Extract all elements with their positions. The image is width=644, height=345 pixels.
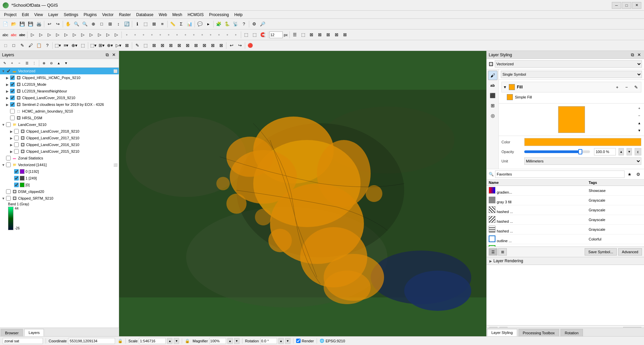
expand-icon[interactable]: ▶ [9,176,13,180]
tb-e4[interactable]: ◦ [148,31,156,39]
layer-rendering-header[interactable]: ▶ Layer Rendering [487,257,644,265]
layer-item-hrsl-dsm[interactable]: ▶ 🔲 HRSL_DSM [0,115,119,121]
tb-stats[interactable]: 📊 [185,20,194,28]
preview-add-btn[interactable]: + [636,105,643,112]
tb-measure[interactable]: 📏 [169,20,177,28]
coordinate-input[interactable] [68,338,115,344]
scale-down-btn[interactable]: ▼ [174,338,179,344]
layer-item-val0-1192[interactable]: ▶ 0 [1192] [0,168,119,175]
scale-up-btn[interactable]: ▲ [167,338,172,344]
tab-browser[interactable]: Browser [1,329,23,336]
layers-tb-collapse-all[interactable]: ⊖ [48,60,55,67]
maximize-button[interactable]: □ [622,2,631,9]
sym-col-name[interactable]: Name [487,180,587,186]
preview-up-btn[interactable]: ▲ [636,120,643,126]
expand-icon[interactable]: ▶ [9,143,13,147]
tb-j2[interactable]: ⊞▾ [98,42,106,50]
layer-item-lc2017[interactable]: ▶ 🔲 Clipped_LandCover_2017_9210 [0,135,119,141]
layer-item-lc2016[interactable]: ▶ 🔲 Clipped_LandCover_2016_9210 [0,141,119,148]
tb-g2[interactable]: ⊠ [308,31,316,39]
menu-item-plugins[interactable]: Plugins [81,12,99,18]
menu-item-vector[interactable]: Vector [100,12,116,18]
minimize-button[interactable]: ─ [612,2,621,9]
tb-g1[interactable]: ⬚ [299,31,307,39]
sym-row-4[interactable]: hashed ... Grayscale [487,225,644,234]
close-button[interactable]: ✕ [632,2,641,9]
layers-collapse-btn[interactable]: ⧉ [104,52,110,58]
rotation-down-btn[interactable]: ▼ [285,338,290,344]
layer-check-clipped-lc2019[interactable] [10,95,15,100]
symbol-settings-btn[interactable]: ⚙ [635,170,642,178]
tb-d2[interactable]: ▷ [37,31,45,39]
tb-h2[interactable]: □ [10,42,18,50]
tb-open[interactable]: 📂 [10,20,18,28]
tb-k5[interactable]: ⊠ [167,42,175,50]
layer-check-dsm-clipped20[interactable] [6,189,11,194]
layer-check-val0-1192[interactable] [14,169,19,174]
layers-tb-up[interactable]: ▲ [55,60,62,67]
tab-layers[interactable]: Layers [24,329,44,336]
sym-row-3[interactable]: hashed ... Grayscale [487,215,644,225]
tb-h6[interactable]: ? [43,42,51,50]
symbol-tab-diagrams[interactable]: ⬛ [488,91,497,100]
group-collapse2[interactable]: ⬜ [113,163,117,167]
expand-icon[interactable]: ▶ [5,102,9,107]
tb-j5[interactable]: ⊠ [123,42,131,50]
menu-item-hcmgis[interactable]: HCMGIS [185,12,206,18]
tb-j3[interactable]: ⊕▾ [106,42,114,50]
magnifier-down-btn[interactable]: ▼ [234,338,239,344]
tb-identify[interactable]: ℹ [133,20,141,28]
tb-processing[interactable]: ⚙ [250,20,258,28]
tb-e6[interactable]: ◦ [165,31,173,39]
layer-item-sentinel2[interactable]: ▶ 🔲 Sentinel-2 cloudless layer for 2019 … [0,101,119,108]
tb-d5[interactable]: ▷ [62,31,70,39]
layer-item-val1-249[interactable]: ▶ 1 [249] [0,175,119,182]
layer-check-val1-249[interactable] [14,176,19,181]
tb-d6[interactable]: ▷ [70,31,78,39]
layer-check-landcover-group[interactable] [6,122,11,127]
menu-item-database[interactable]: Database [133,12,156,18]
menu-item-view[interactable]: View [32,12,46,18]
tb-python[interactable]: 🐍 [223,20,231,28]
layer-check-hcmc-admin[interactable] [10,109,15,114]
tb-pan-map[interactable]: ↕ [114,20,122,28]
sym-row-0[interactable]: gradien... Showcase [487,186,644,196]
expand-icon[interactable]: ▶ [5,96,9,100]
layer-item-lc2018[interactable]: ▶ 🔲 Clipped_LandCover_2018_9210 [0,128,119,135]
tb-k8[interactable]: ⊠ [192,42,200,50]
tb-zoom-select[interactable]: ⊞ [106,20,114,28]
layer-item-clipped-hrsl[interactable]: ▶ 🔲 Clipped_HRSL_HCMC_Pops_9210 [0,74,119,81]
tb-e11[interactable]: ◦ [207,31,215,39]
tb-plugins[interactable]: 🧩 [215,20,223,28]
tb-i3[interactable]: ⊕▾ [70,42,78,50]
tb-pan[interactable]: ✋ [64,20,72,28]
layer-check-clipped-srtm[interactable] [6,196,11,201]
layer-item-val0[interactable]: ▶ [0] [0,182,119,188]
tb-new[interactable]: 📄 [1,20,9,28]
symbol-type-select[interactable]: Single Symbol [501,71,642,78]
tb-help[interactable]: ? [240,20,248,28]
tb-label2[interactable]: abc [18,31,26,39]
tb-d3[interactable]: ▷ [45,31,53,39]
symbol-tab-paintbrush[interactable]: 🖌 [488,71,497,80]
opacity-slider[interactable] [524,150,590,153]
tb-e8[interactable]: ◦ [181,31,190,39]
symbol-tab-3d[interactable]: ⊞ [488,101,497,110]
tb-save[interactable]: 💾 [18,20,26,28]
preview-down-btn[interactable]: ▼ [636,127,643,134]
fill-expand-arrow[interactable]: ▼ [503,85,507,89]
symbol-tab-label[interactable]: ab [488,81,497,90]
layers-tb-remove[interactable]: − [16,60,23,67]
expand-icon[interactable]: ▶ [9,149,13,153]
tb-d10[interactable]: ▷ [104,31,112,39]
menu-item-project[interactable]: Project [1,12,19,18]
menu-item-settings[interactable]: Settings [61,12,81,18]
tb-e12[interactable]: ◦ [215,31,223,39]
expand-icon[interactable]: ▼ [1,123,5,127]
tb-locator[interactable]: 🔎 [259,20,267,28]
opacity-up-btn[interactable]: ▲ [619,148,624,155]
layer-check-lc2019-nn[interactable] [10,89,15,93]
tb-d8[interactable]: ▷ [87,31,95,39]
tb-e7[interactable]: ◦ [173,31,181,39]
tb-filter[interactable]: ☰ [291,31,299,39]
